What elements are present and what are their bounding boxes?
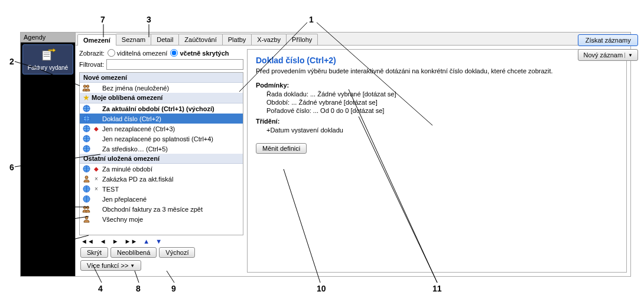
svg-rect-0 [43, 51, 51, 60]
callout-6: 6 [9, 163, 14, 172]
list-item[interactable]: Za aktuální období (Ctrl+1) (výchozí) [80, 103, 243, 114]
list-item-label: Obchodní faktury za 3 měsíce zpět [102, 206, 203, 213]
list-item[interactable]: ◆Jen nezaplacené (Ctrl+3) [80, 124, 243, 134]
sorting-line: +Datum vystavení dokladu [266, 127, 618, 134]
chevron-down-icon: ▼ [625, 53, 633, 58]
callout-2: 2 [9, 57, 14, 66]
list-item-label: Za středisko… (Ctrl+5) [102, 145, 168, 153]
chevron-down-icon: ▼ [130, 263, 135, 268]
svg-rect-1 [44, 53, 50, 53]
globe-icon [82, 145, 90, 153]
group-header: ★Moje oblíbená omezení [80, 93, 243, 103]
list-item-label: Za aktuální období (Ctrl+1) (výchozí) [102, 105, 214, 112]
svg-rect-2 [44, 54, 50, 55]
unfavorite-button[interactable]: Neoblíbená [110, 247, 157, 258]
nav-first-icon[interactable]: ◄◄ [81, 238, 94, 245]
group-header: Nové omezení [80, 73, 243, 83]
row-mark: ◆ [93, 166, 99, 172]
svg-point-16 [86, 206, 89, 209]
person-icon [82, 175, 90, 183]
edit-definition-button[interactable]: Měnit definici [256, 143, 307, 154]
sidebar-item-faktury-vydane[interactable]: Faktury vydané [22, 44, 73, 74]
globe-icon [82, 125, 90, 132]
tab-platby[interactable]: Platby [222, 34, 252, 45]
svg-point-15 [83, 206, 86, 209]
hide-button[interactable]: Skrýt [80, 247, 108, 258]
sorting-label: Třídění: [256, 118, 618, 125]
list-item[interactable]: Všechny moje [80, 214, 243, 224]
list-item[interactable]: Jen nezaplacené po splatnosti (Ctrl+4) [80, 134, 243, 144]
nav-up-icon[interactable]: ▲ [143, 238, 149, 245]
callout-9: 9 [171, 284, 176, 293]
nav-button-row: ◄◄ ◄ ► ►► ▲ ▼ [79, 235, 243, 247]
list-item[interactable]: Bez jména (neuložené) [80, 83, 243, 93]
list-item-label: Doklad číslo (Ctrl+2) [102, 115, 161, 122]
default-button[interactable]: Výchozí [159, 247, 195, 258]
list-item[interactable]: Jen přeplacené [80, 194, 243, 204]
condition-line: Řada dokladu: ... Žádné vybrané [dotázat… [266, 90, 618, 98]
conditions-label: Podmínky: [256, 82, 618, 89]
list-item[interactable]: ×TEST [80, 184, 243, 194]
tab-přílohy[interactable]: Přílohy [286, 34, 318, 45]
callout-4: 4 [98, 284, 103, 293]
globe-icon [82, 185, 90, 193]
tab-body: Zobrazit: viditelná omezení včetně skryt… [76, 46, 630, 276]
svg-point-17 [85, 216, 88, 219]
show-label: Zobrazit: [79, 50, 105, 57]
list-item[interactable]: Obchodní faktury za 3 měsíce zpět [80, 204, 243, 214]
left-pane: Zobrazit: viditelná omezení včetně skryt… [79, 49, 243, 273]
globe-icon [82, 135, 90, 142]
row-mark: × [93, 186, 99, 192]
restrictions-list[interactable]: Nové omezeníBez jména (neuložené)★Moje o… [79, 72, 243, 235]
detail-title: Doklad číslo (Ctrl+2) [256, 56, 618, 65]
tab-detail[interactable]: Detail [151, 34, 179, 45]
sidebar: Agendy Faktury vydané [21, 33, 76, 276]
tab-seznam[interactable]: Seznam [116, 34, 151, 45]
tab-omezení[interactable]: Omezení [77, 34, 116, 46]
nav-next-icon[interactable]: ► [112, 238, 119, 245]
list-item[interactable]: ×Zakázka PD za akt.fiskál [80, 174, 243, 184]
radio-visible[interactable]: viditelná omezení [108, 49, 168, 57]
detail-description: Před provedením výběru budete interaktiv… [256, 67, 618, 74]
filter-input[interactable] [106, 59, 243, 70]
callout-1: 1 [309, 15, 314, 24]
group-header: Ostatní uložená omezení [80, 154, 243, 164]
globe-icon [82, 165, 90, 173]
people-icon [82, 84, 90, 92]
list-item[interactable]: ◆Za minulé období [80, 164, 243, 174]
callout-11: 11 [432, 284, 442, 293]
more-functions-button[interactable]: Více funkcí >>▼ [80, 260, 141, 271]
globe-icon [82, 195, 90, 203]
list-item-label: Za minulé období [102, 166, 152, 173]
tab-zaúčtování[interactable]: Zaúčtování [178, 34, 222, 45]
condition-line: Období: ... Žádné vybrané [dotázat se] [266, 99, 618, 106]
tab-x-vazby[interactable]: X-vazby [251, 34, 287, 45]
list-item[interactable]: Za středisko… (Ctrl+5) [80, 144, 243, 154]
star-icon: ★ [83, 94, 89, 101]
content-area: OmezeníSeznamDetailZaúčtováníPlatbyX-vaz… [76, 33, 630, 276]
nav-last-icon[interactable]: ►► [125, 238, 138, 245]
list-item-label: Všechny moje [102, 216, 143, 223]
list-item[interactable]: Doklad číslo (Ctrl+2) [80, 114, 243, 124]
list-item-label: Jen přeplacené [102, 196, 147, 203]
list-item-label: Zakázka PD za akt.fiskál [102, 176, 173, 183]
callout-7: 7 [100, 15, 105, 24]
fetch-records-button[interactable]: Získat záznamy [578, 34, 638, 46]
new-record-button[interactable]: Nový záznam▼ [578, 49, 638, 61]
callout-10: 10 [317, 284, 326, 293]
person-icon [82, 215, 90, 223]
sidebar-title: Agendy [21, 33, 75, 43]
nav-prev-icon[interactable]: ◄ [100, 238, 106, 245]
radio-hidden[interactable]: včetně skrytých [170, 49, 229, 57]
app-window: Agendy Faktury vydané OmezeníSeznamDetai… [20, 32, 631, 277]
action-button-row: Skrýt Neoblíbená Výchozí Více funkcí >>▼ [79, 247, 243, 273]
invoice-arrow-icon [40, 47, 56, 63]
sidebar-item-label: Faktury vydané [24, 64, 71, 72]
list-item-label: Bez jména (neuložené) [102, 85, 169, 92]
svg-rect-3 [44, 56, 50, 57]
svg-point-12 [85, 176, 88, 179]
filter-label: Filtrovat: [79, 61, 104, 68]
row-mark: ◆ [93, 125, 99, 132]
nav-down-icon[interactable]: ▼ [155, 238, 162, 245]
list-item-label: TEST [102, 186, 119, 193]
